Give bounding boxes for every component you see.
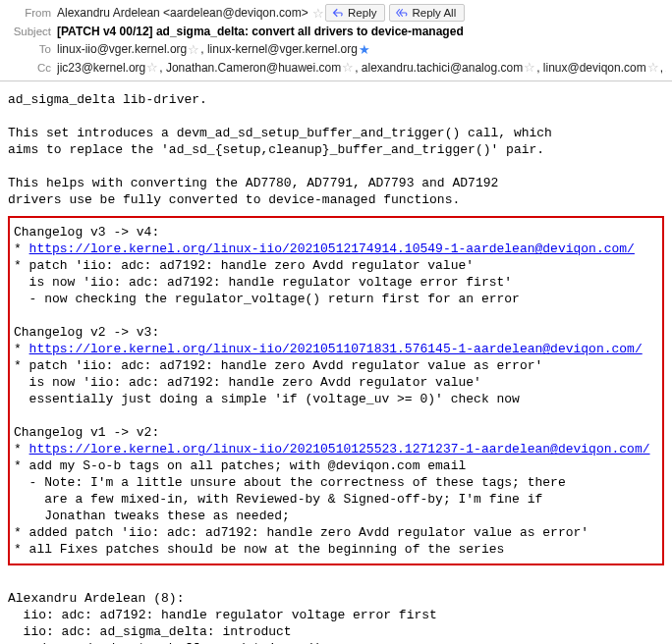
changelog-v3-tail: * patch 'iio: adc: ad7192: handle zero A…: [14, 358, 542, 406]
message-body: ad_sigma_delta lib-driver. This set intr…: [0, 81, 672, 644]
star-icon[interactable]: ☆: [188, 41, 199, 59]
from-label: From: [6, 4, 57, 22]
from-value: Alexandru Ardelean <aardelean@deviqon.co…: [57, 4, 325, 23]
star-icon[interactable]: ☆: [524, 59, 535, 77]
star-icon[interactable]: ☆: [342, 59, 354, 77]
toolbar: Reply Reply All: [325, 4, 465, 22]
cc-value: jic23@kernel.org☆, Jonathan.Cameron@huaw…: [57, 59, 666, 78]
star-icon[interactable]: ☆: [312, 5, 324, 23]
star-icon[interactable]: ☆: [647, 59, 659, 77]
reply-all-icon: [396, 7, 408, 19]
reply-button[interactable]: Reply: [325, 4, 385, 22]
body-patch-list: Alexandru Ardelean (8): iio: adc: ad7192…: [8, 591, 437, 644]
changelog-v2-tail: * add my S-o-b tags on all patches; with…: [14, 458, 588, 557]
changelog-v4-tail: * patch 'iio: adc: ad7192: handle zero A…: [14, 258, 520, 306]
to-value: linux-iio@vger.kernel.org☆, linux-kernel…: [57, 40, 371, 59]
body-intro-text: ad_sigma_delta lib-driver. This set intr…: [8, 92, 552, 207]
reply-all-button[interactable]: Reply All: [389, 4, 465, 22]
star-icon[interactable]: ★: [359, 41, 370, 59]
subject-value: [PATCH v4 00/12] ad_sigma_delta: convert…: [57, 23, 464, 40]
changelog-box: Changelog v3 -> v4: * https://lore.kerne…: [8, 216, 664, 565]
lore-link-v2[interactable]: https://lore.kernel.org/linux-iio/202105…: [29, 442, 650, 456]
lore-link-v4[interactable]: https://lore.kernel.org/linux-iio/202105…: [29, 242, 635, 256]
reply-icon: [332, 7, 344, 19]
subject-label: Subject: [6, 23, 57, 40]
star-icon[interactable]: ☆: [146, 59, 158, 77]
to-label: To: [6, 40, 57, 58]
lore-link-v3[interactable]: https://lore.kernel.org/linux-iio/202105…: [29, 342, 643, 356]
message-headers: From Alexandru Ardelean <aardelean@deviq…: [0, 0, 672, 81]
cc-label: Cc: [6, 59, 57, 77]
